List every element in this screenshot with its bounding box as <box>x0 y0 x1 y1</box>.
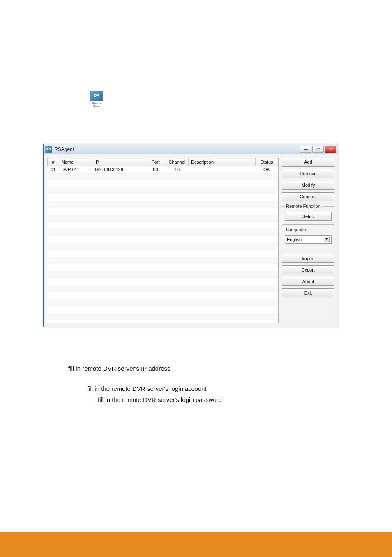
col-header-channel[interactable]: Channel <box>166 158 189 166</box>
rsagent-window: RS RSAgent — ▢ ✕ # Name IP Port Chan <box>43 144 338 327</box>
table-row <box>48 236 278 243</box>
table-row <box>48 278 278 285</box>
table-row <box>48 180 278 187</box>
about-button[interactable]: About <box>282 277 334 286</box>
dvr-table[interactable]: # Name IP Port Channel Description Statu… <box>47 158 279 323</box>
titlebar: RS RSAgent — ▢ ✕ <box>44 144 338 154</box>
minimize-button[interactable]: — <box>300 146 311 153</box>
instruction-account: fill in the remote DVR server's login ac… <box>87 384 341 394</box>
table-row <box>48 264 278 271</box>
table-row <box>48 313 278 320</box>
side-panel: Add Remove Modify Connect Remote Functio… <box>282 158 334 323</box>
modify-button[interactable]: Modify <box>282 181 334 190</box>
table-row[interactable]: 01 DVR 01 192.168.3.126 80 16 OK <box>48 166 278 173</box>
remote-function-group: Remote Function Setup <box>282 204 334 225</box>
cell-description <box>189 166 256 173</box>
add-button[interactable]: Add <box>282 158 334 167</box>
language-group: Language English <box>282 227 334 247</box>
table-row <box>48 271 278 278</box>
svg-marker-0 <box>325 238 328 241</box>
col-header-number[interactable]: # <box>48 158 59 166</box>
close-button[interactable]: ✕ <box>325 146 336 153</box>
table-row <box>48 222 278 229</box>
col-header-ip[interactable]: IP <box>92 158 145 166</box>
maximize-button[interactable]: ▢ <box>312 146 324 153</box>
setup-button[interactable]: Setup <box>285 212 332 221</box>
footer-bar <box>0 532 392 557</box>
chevron-down-icon <box>324 237 330 242</box>
table-row <box>48 208 278 215</box>
app-icon: RS <box>45 146 52 153</box>
table-row <box>48 299 278 306</box>
language-selected: English <box>287 237 302 242</box>
col-header-status[interactable]: Status <box>256 158 278 166</box>
table-row <box>48 250 278 257</box>
rsagent-icon: RS <box>90 91 103 101</box>
instruction-password: fill in the remote DVR server's login pa… <box>98 395 341 405</box>
col-header-description[interactable]: Description <box>189 158 256 166</box>
col-header-name[interactable]: Name <box>59 158 92 166</box>
table-row <box>48 194 278 201</box>
table-row <box>48 257 278 264</box>
connect-button[interactable]: Connect <box>282 192 334 201</box>
table-row <box>48 215 278 222</box>
table-row <box>48 306 278 313</box>
rsagent-icon-label: RS <box>94 94 99 98</box>
instruction-text: fill in remote DVR server's IP address f… <box>45 364 341 406</box>
import-button[interactable]: Import <box>282 254 334 263</box>
table-row <box>48 201 278 208</box>
cell-status: OK <box>256 166 278 173</box>
cell-number: 01 <box>48 166 59 173</box>
desktop-shortcut-caption: Remote Setup <box>90 102 104 108</box>
table-row <box>48 173 278 180</box>
instruction-ip: fill in remote DVR server's IP address <box>68 364 341 374</box>
cell-port: 80 <box>145 166 166 173</box>
remote-function-legend: Remote Function <box>285 204 322 209</box>
cell-channel: 16 <box>166 166 189 173</box>
table-header-row: # Name IP Port Channel Description Statu… <box>48 158 278 166</box>
table-row <box>48 229 278 236</box>
table-row <box>48 285 278 292</box>
table-row <box>48 243 278 250</box>
desktop-shortcut: RS Remote Setup <box>90 91 104 108</box>
exit-button[interactable]: Exit <box>282 288 334 297</box>
table-row <box>48 187 278 194</box>
col-header-port[interactable]: Port <box>145 158 166 166</box>
language-select[interactable]: English <box>285 235 332 244</box>
cell-name: DVR 01 <box>59 166 92 173</box>
table-row <box>48 292 278 299</box>
remove-button[interactable]: Remove <box>282 169 334 178</box>
language-legend: Language <box>285 227 307 232</box>
export-button[interactable]: Export <box>282 265 334 274</box>
window-title: RSAgent <box>54 146 300 152</box>
cell-ip: 192.168.3.126 <box>92 166 145 173</box>
